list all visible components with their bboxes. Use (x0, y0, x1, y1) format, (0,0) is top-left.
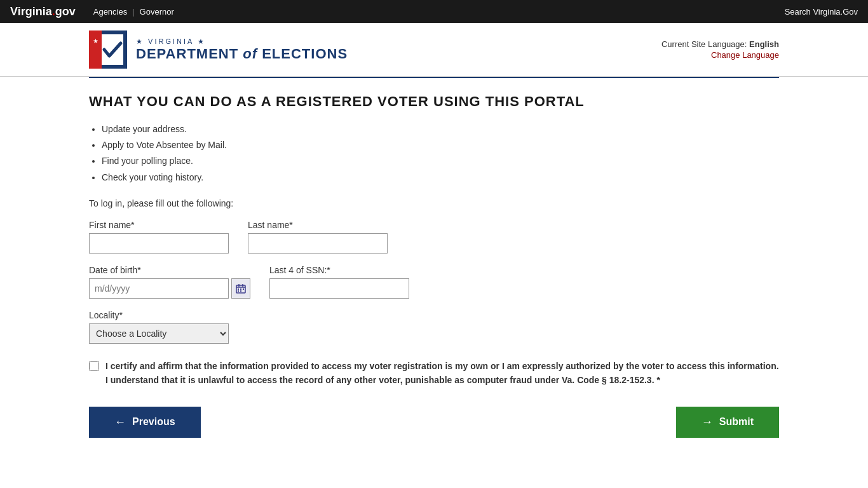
agencies-link[interactable]: Agencies (88, 7, 132, 17)
svg-rect-9 (240, 288, 241, 290)
virginia-gov-logo[interactable]: Virginia.gov (10, 5, 76, 18)
feature-item-2: Apply to Vote Absentee by Mail. (102, 137, 779, 153)
feature-item-3: Find your polling place. (102, 153, 779, 169)
svg-rect-11 (238, 290, 239, 292)
svg-rect-8 (238, 288, 239, 290)
ssn-input[interactable] (269, 278, 409, 299)
svg-rect-2 (89, 30, 102, 69)
last-name-group: Last name* (248, 220, 388, 254)
first-name-group: First name* (89, 220, 229, 254)
dob-wrapper (89, 278, 250, 299)
last-name-label: Last name* (248, 220, 388, 230)
feature-item-1: Update your address. (102, 121, 779, 137)
dob-group: Date of birth* (89, 265, 250, 299)
main-content: WHAT YOU CAN DO AS A REGISTERED VOTER US… (0, 78, 868, 488)
previous-button-label: Previous (132, 416, 175, 428)
ssn-group: Last 4 of SSN:* (269, 265, 409, 299)
svg-rect-12 (240, 290, 241, 292)
logo-dept: DEPARTMENT of ELECTIONS (136, 46, 348, 62)
current-language: English (749, 39, 779, 49)
page-title: WHAT YOU CAN DO AS A REGISTERED VOTER US… (89, 93, 779, 110)
ssn-label: Last 4 of SSN:* (269, 265, 409, 275)
login-prompt: To log in, please fill out the following… (89, 198, 779, 208)
nav-links: Agencies | Governor (88, 7, 179, 17)
lang-label: Current Site Language: (661, 39, 747, 49)
svg-rect-10 (243, 288, 244, 290)
previous-button[interactable]: ← Previous (89, 407, 201, 438)
certification-section: I certify and affirm that the informatio… (89, 359, 779, 388)
change-language-link[interactable]: Change Language (661, 50, 779, 60)
dept-logo: ★ ★ VIRGINIA ★ DEPARTMENT of ELECTIONS (89, 30, 348, 69)
name-fields-row: First name* Last name* (89, 220, 779, 254)
dob-label: Date of birth* (89, 265, 250, 275)
last-name-input[interactable] (248, 233, 388, 254)
dob-input[interactable] (89, 278, 229, 299)
svg-text:★: ★ (93, 37, 98, 44)
certification-text: I certify and affirm that the informatio… (105, 359, 779, 388)
top-navigation: Virginia.gov Agencies | Governor Search … (0, 0, 868, 23)
previous-arrow-icon: ← (114, 416, 126, 429)
dob-ssn-row: Date of birth* (89, 265, 779, 299)
certification-checkbox[interactable] (89, 361, 99, 371)
search-label[interactable]: Search Virginia.Gov (785, 7, 858, 17)
submit-arrow-icon: → (702, 416, 713, 429)
site-header: ★ ★ VIRGINIA ★ DEPARTMENT of ELECTIONS C… (0, 23, 868, 77)
logo-text: ★ VIRGINIA ★ DEPARTMENT of ELECTIONS (136, 37, 348, 62)
first-name-label: First name* (89, 220, 229, 230)
locality-label: Locality* (89, 310, 779, 320)
governor-link[interactable]: Governor (135, 7, 179, 17)
submit-button[interactable]: → Submit (676, 407, 779, 438)
logo-icon: ★ (89, 30, 127, 69)
logo-stars: ★ VIRGINIA ★ (136, 37, 348, 46)
locality-section: Locality* Choose a Locality Accomack Cou… (89, 310, 779, 344)
language-selector: Current Site Language: English Change La… (661, 39, 779, 60)
first-name-input[interactable] (89, 233, 229, 254)
locality-select[interactable]: Choose a Locality Accomack County Albema… (89, 323, 229, 344)
logo-dot: . (52, 5, 55, 18)
submit-button-label: Submit (719, 416, 754, 428)
button-row: ← Previous → Submit (89, 407, 779, 438)
calendar-icon[interactable] (231, 278, 250, 299)
feature-item-4: Check your voting history. (102, 170, 779, 186)
features-list: Update your address. Apply to Vote Absen… (89, 121, 779, 186)
